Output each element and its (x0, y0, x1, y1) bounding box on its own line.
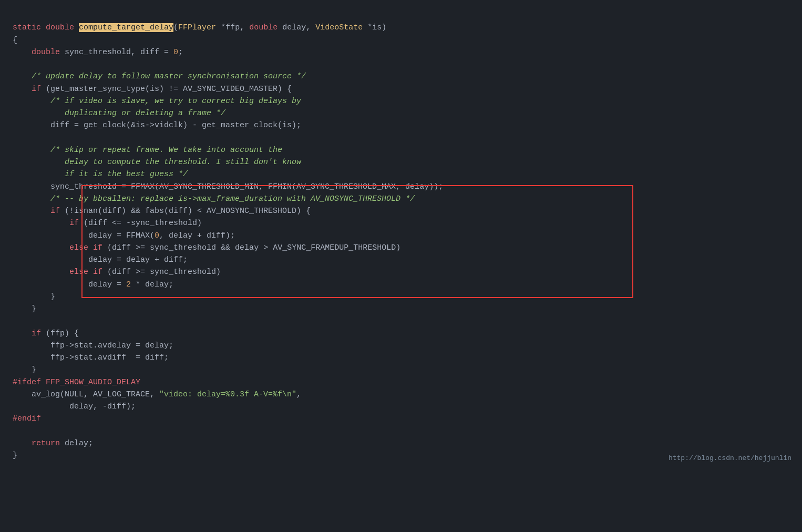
code-block: static double compute_target_delay(FFPla… (0, 0, 802, 471)
code-container: static double compute_target_delay(FFPla… (0, 0, 802, 471)
watermark: http://blog.csdn.net/hejjunlin (669, 453, 791, 464)
